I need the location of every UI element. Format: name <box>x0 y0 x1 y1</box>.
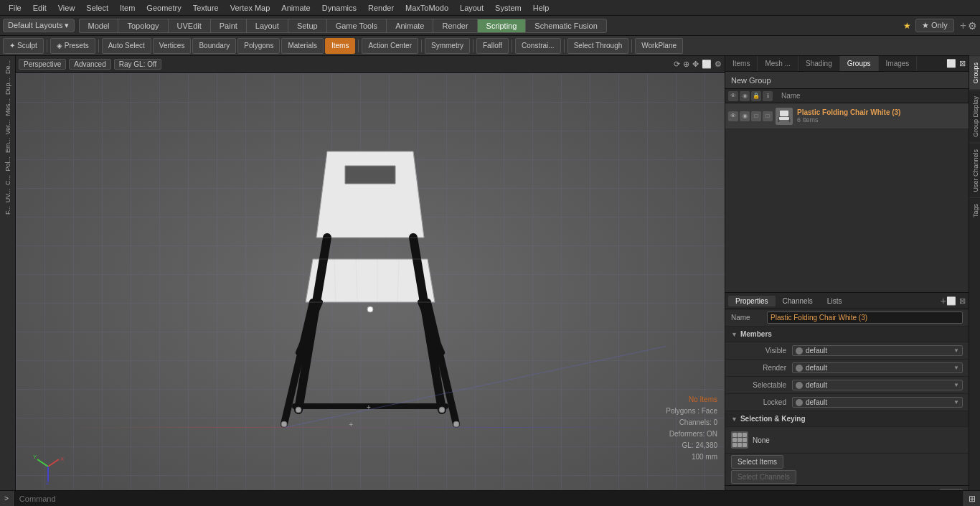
selection-section-header[interactable]: ▼ Selection & Keying <box>725 411 969 427</box>
select-channels-btn[interactable]: Select Channels <box>731 470 796 484</box>
sidebar-item-pol[interactable]: Pol... <box>4 155 11 173</box>
render-col-icon[interactable]: ◉ <box>740 91 750 101</box>
gear-icon[interactable]: ⚙ <box>968 20 977 32</box>
sidebar-item-c[interactable]: C... <box>4 174 11 187</box>
sidebar-item-em[interactable]: Em... <box>4 136 11 154</box>
mode-tab-topology[interactable]: Topology <box>118 19 167 33</box>
menu-render[interactable]: Render <box>362 2 400 14</box>
sculpt-btn[interactable]: ✦ Sculpt <box>3 38 44 54</box>
info-col-icon[interactable]: ℹ <box>763 91 773 101</box>
name-input[interactable] <box>767 311 963 324</box>
new-group-btn[interactable]: New Group <box>731 76 771 85</box>
command-search-btn[interactable]: ⊞ <box>963 491 980 507</box>
tab-mesh[interactable]: Mesh ... <box>758 56 798 71</box>
symmetry-btn[interactable]: Symmetry <box>425 38 470 54</box>
sub-collapse-icon[interactable]: ⊠ <box>959 296 966 306</box>
boundary-btn[interactable]: Boundary <box>192 38 236 54</box>
vp-rotate-icon[interactable]: ⟳ <box>674 60 680 69</box>
menu-help[interactable]: Help <box>527 2 555 14</box>
viewport-shading-btn[interactable]: Advanced <box>69 59 110 70</box>
tab-properties[interactable]: Properties <box>728 296 776 306</box>
fr-tab-tags[interactable]: Tags <box>969 197 981 223</box>
viewport-canvas[interactable]: + + No Items Polygons : Face Channels: 0… <box>16 73 725 506</box>
menu-animate[interactable]: Animate <box>275 2 316 14</box>
collapse-icon[interactable]: ⊠ <box>959 59 966 68</box>
visible-select[interactable]: default ▼ <box>792 345 963 356</box>
mode-tab-setup[interactable]: Setup <box>288 19 326 33</box>
mode-tab-scripting[interactable]: Scripting <box>477 19 526 33</box>
autoselect-btn[interactable]: Auto Select <box>102 38 151 54</box>
actioncenter-btn[interactable]: Action Center <box>362 38 418 54</box>
tab-shading[interactable]: Shading <box>798 56 840 71</box>
menu-layout[interactable]: Layout <box>454 2 489 14</box>
mode-tab-model[interactable]: Model <box>79 19 118 33</box>
layout-dropdown[interactable]: Default Layouts ▾ <box>3 19 75 32</box>
menu-file[interactable]: File <box>3 2 27 14</box>
menu-item[interactable]: Item <box>114 2 141 14</box>
gi-lock-icon[interactable]: □ <box>751 111 761 121</box>
menu-geometry[interactable]: Geometry <box>141 2 187 14</box>
vp-zoom-icon[interactable]: ⊕ <box>683 60 689 69</box>
menu-vertexmap[interactable]: Vertex Map <box>225 2 276 14</box>
add-tab-btn[interactable]: + <box>941 295 946 306</box>
selectable-select[interactable]: default ▼ <box>792 380 963 390</box>
materials-btn[interactable]: Materials <box>281 38 324 54</box>
menu-view[interactable]: View <box>52 2 81 14</box>
viewport[interactable]: Perspective Advanced Ray GL: Off ⟳ ⊕ ✥ ⬜… <box>16 56 725 506</box>
select-items-btn[interactable]: Select Items <box>731 455 783 469</box>
sidebar-item-ver[interactable]: Ver... <box>4 118 11 136</box>
mode-tab-render[interactable]: Render <box>433 19 476 33</box>
vp-pan-icon[interactable]: ✥ <box>692 60 699 69</box>
render-select[interactable]: default ▼ <box>792 362 963 373</box>
mode-tab-gametools[interactable]: Game Tools <box>326 19 387 33</box>
mode-tab-uvedit[interactable]: UVEdit <box>168 19 210 33</box>
viewport-mode-btn[interactable]: Perspective <box>19 59 66 70</box>
tab-images[interactable]: Images <box>879 56 918 71</box>
sidebar-item-uv[interactable]: UV... <box>4 187 11 204</box>
selectthrough-btn[interactable]: Select Through <box>567 38 629 54</box>
sub-expand-icon[interactable]: ⬜ <box>946 296 956 306</box>
viewport-raygl-btn[interactable]: Ray GL: Off <box>114 59 162 70</box>
vp-settings-icon[interactable]: ⚙ <box>715 60 722 69</box>
sidebar-item-f[interactable]: F... <box>4 205 11 216</box>
expand-icon[interactable]: ⬜ <box>946 59 956 68</box>
gi-render-icon[interactable]: ◉ <box>740 111 750 121</box>
tab-groups[interactable]: Groups <box>840 56 879 71</box>
vp-frame-icon[interactable]: ⬜ <box>702 60 712 69</box>
constrain-btn[interactable]: Constrai... <box>515 38 561 54</box>
locked-select[interactable]: default ▼ <box>792 397 963 408</box>
sidebar-item-mesh[interactable]: Mes... <box>4 97 11 118</box>
lock-col-icon[interactable]: 🔒 <box>751 91 761 101</box>
menu-edit[interactable]: Edit <box>27 2 52 14</box>
menu-dynamics[interactable]: Dynamics <box>316 2 362 14</box>
vertices-btn[interactable]: Vertices <box>153 38 192 54</box>
menu-system[interactable]: System <box>489 2 527 14</box>
mode-tab-paint[interactable]: Paint <box>210 19 246 33</box>
add-tab-icon[interactable]: + <box>960 19 966 32</box>
gi-extra-icon[interactable]: □ <box>763 111 773 121</box>
tab-lists[interactable]: Lists <box>820 296 849 306</box>
gi-eye-icon[interactable]: 👁 <box>728 111 738 121</box>
tab-channels[interactable]: Channels <box>776 296 820 306</box>
sidebar-item-dup[interactable]: Dup... <box>4 76 11 96</box>
command-input[interactable] <box>14 491 963 507</box>
menu-select[interactable]: Select <box>80 2 114 14</box>
fr-tab-groupdisplay[interactable]: Group Display <box>969 90 981 143</box>
groups-list[interactable]: 👁 ◉ □ □ Plastic Folding Chair White (3) <box>725 103 969 292</box>
menu-texture[interactable]: Texture <box>187 2 225 14</box>
members-section-header[interactable]: ▼ Members <box>725 327 969 342</box>
fr-tab-groups[interactable]: Groups <box>969 56 981 90</box>
polygons-btn[interactable]: Polygons <box>237 38 280 54</box>
sidebar-item-de[interactable]: De... <box>4 59 11 75</box>
falloff-btn[interactable]: Falloff <box>476 38 509 54</box>
group-list-item[interactable]: 👁 ◉ □ □ Plastic Folding Chair White (3) <box>725 103 969 129</box>
menu-maxtomodo[interactable]: MaxToModo <box>400 2 454 14</box>
items-btn[interactable]: Items <box>325 38 355 54</box>
fr-tab-userchannels[interactable]: User Channels <box>969 143 981 198</box>
command-arrow-btn[interactable]: > <box>0 491 14 507</box>
mode-tab-schematic[interactable]: Schematic Fusion <box>525 19 606 33</box>
workplane-btn[interactable]: WorkPlane <box>635 38 683 54</box>
eye-col-icon[interactable]: 👁 <box>728 91 738 101</box>
tab-items[interactable]: Items <box>725 56 758 71</box>
presets-btn[interactable]: ◈ Presets <box>50 38 95 54</box>
